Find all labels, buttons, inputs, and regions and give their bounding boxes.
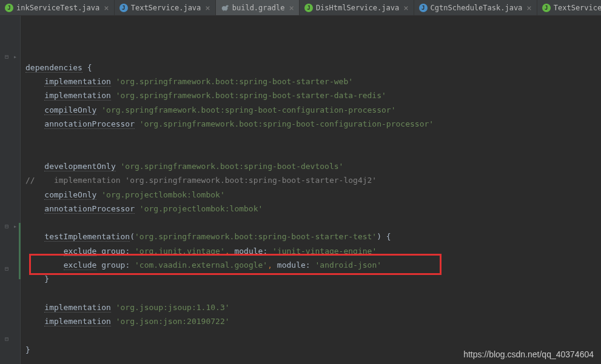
- code-line: exclude group: 'com.vaadin.external.goog…: [25, 258, 601, 272]
- code-line: }: [25, 272, 601, 286]
- java-icon: J: [5, 4, 13, 12]
- java-icon: J: [419, 4, 428, 12]
- collapse-icon[interactable]: ⊟: [5, 336, 8, 342]
- expand-icon[interactable]: ⊟: [5, 53, 8, 60]
- code-line: implementation 'org.jsoup:jsoup:1.10.3': [25, 300, 601, 314]
- tab-label: TextServiceTest.java: [554, 4, 601, 12]
- fold-icon[interactable]: ▸: [13, 223, 17, 230]
- code-line: implementation 'org.json:json:20190722': [25, 314, 601, 328]
- tab-cgtnscheduletask[interactable]: J CgtnScheduleTask.java ×: [414, 0, 537, 15]
- tab-label: build.gradle: [232, 4, 285, 12]
- tab-build-gradle[interactable]: build.gradle ×: [216, 0, 300, 15]
- watermark: https://blog.csdn.net/qq_40374604: [463, 349, 594, 359]
- code-area[interactable]: dependencies { implementation 'org.sprin…: [21, 16, 601, 364]
- fold-icon[interactable]: ▸: [13, 53, 17, 60]
- tab-label: TextService.java: [131, 4, 201, 12]
- code-line: exclude group: 'org.junit.vintage', modu…: [25, 244, 601, 258]
- close-icon[interactable]: ×: [289, 3, 294, 13]
- gutter: ▸ ⊟ ▸ ⊟ ⊟ ⊟: [0, 16, 21, 364]
- close-icon[interactable]: ×: [526, 3, 531, 13]
- tab-label: inkServiceTest.java: [16, 4, 99, 12]
- collapse-icon[interactable]: ⊟: [5, 265, 8, 272]
- tab-dishtmlservice[interactable]: J DisHtmlService.java ×: [300, 0, 414, 15]
- java-icon: J: [304, 4, 313, 12]
- java-icon: J: [119, 4, 128, 12]
- code-line: testImplementation('org.springframework.…: [25, 230, 601, 243]
- code-line: // implementation 'org.springframework.b…: [25, 173, 601, 187]
- close-icon[interactable]: ×: [104, 3, 109, 13]
- java-icon: J: [542, 4, 551, 12]
- tab-label: CgtnScheduleTask.java: [431, 4, 523, 12]
- tab-textservice[interactable]: J TextService.java ×: [115, 0, 216, 15]
- code-line: compileOnly 'org.projectlombok:lombok': [25, 188, 601, 202]
- code-line: annotationProcessor 'org.projectlombok:l…: [25, 202, 601, 216]
- code-line: developmentOnly 'org.springframework.boo…: [25, 159, 601, 173]
- code-line: implementation 'org.springframework.boot…: [25, 88, 601, 102]
- gradle-icon: [221, 4, 229, 12]
- tab-textservicetest[interactable]: J TextServiceTest.java ×: [537, 0, 601, 15]
- tab-bar: J inkServiceTest.java × J TextService.ja…: [0, 0, 601, 16]
- code-line: implementation 'org.springframework.boot…: [25, 74, 601, 88]
- code-line: annotationProcessor 'org.springframework…: [25, 117, 601, 131]
- close-icon[interactable]: ×: [403, 3, 408, 13]
- code-line: dependencies {: [25, 61, 601, 74]
- tab-inkservicetest[interactable]: J inkServiceTest.java ×: [0, 0, 115, 15]
- code-line: compileOnly 'org.springframework.boot:sp…: [25, 103, 601, 117]
- tab-label: DisHtmlService.java: [316, 4, 399, 12]
- close-icon[interactable]: ×: [205, 3, 210, 13]
- editor: ▸ ⊟ ▸ ⊟ ⊟ ⊟ dependencies { implementatio…: [0, 16, 601, 364]
- expand-icon[interactable]: ⊟: [5, 223, 8, 230]
